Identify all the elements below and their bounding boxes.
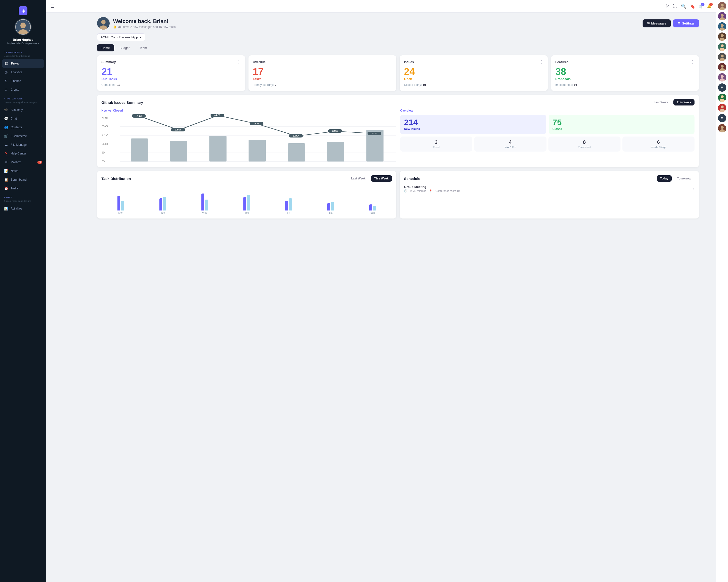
ov-bottom: 3 Fixed 4 Won't Fix 8 Re-opened [400,137,695,151]
stat-cards: Summary ⋮ 21 Due Tasks Completed: 13 Ove… [97,55,699,91]
right-avatar-1[interactable] [718,12,726,20]
clock-icon: 🕐 [404,189,408,193]
sidebar-item-analytics[interactable]: ◷ Analytics [0,68,46,77]
right-avatar-12[interactable] [718,124,726,132]
stat-sub-summary: Completed: 13 [101,83,241,87]
ov-fixed: 3 Fixed [400,137,472,151]
right-avatar-0[interactable] [718,2,726,10]
ov-card-closed: 75 Closed [549,115,695,134]
stat-sub-key-features: Implemented: [555,83,573,87]
expand-icon[interactable]: ⛶ [673,4,678,9]
right-avatar-9[interactable] [718,93,726,102]
section-dashboards: DASHBOARDS [0,48,46,55]
tab-budget[interactable]: Budget [115,45,134,51]
stat-menu-overdue[interactable]: ⋮ [388,60,392,64]
activities-icon: 📊 [4,206,8,211]
tasks-icon: ⏰ [4,186,8,191]
task-dist-toggle: Last Week This Week [348,175,392,182]
svg-text:27: 27 [101,134,108,137]
sidebar-item-helpcenter[interactable]: ❓ Help Center › [0,149,46,158]
schedule-tomorrow-btn[interactable]: Tomorrow [674,175,695,182]
sidebar-label-contacts: Contacts [11,126,22,129]
svg-rect-21 [249,140,266,162]
stat-menu-features[interactable]: ⋮ [691,60,695,64]
svg-text:25: 25 [332,130,338,132]
svg-point-74 [721,106,724,108]
right-avatar-8[interactable]: M [718,83,726,92]
svg-text:36: 36 [101,125,108,128]
sidebar-item-academy[interactable]: 🎓 Academy [0,106,46,114]
right-avatar-2[interactable] [718,22,726,31]
github-thisweek-btn[interactable]: This Week [673,99,695,106]
sidebar-item-mailbox[interactable]: ✉ Mailbox 27 [0,158,46,167]
mailbox-icon: ✉ [4,160,8,164]
tab-home[interactable]: Home [97,45,114,51]
cart-icon[interactable]: 🛒 5 [698,4,703,8]
bar-group-Mon: Mon [101,196,140,214]
bookmark-icon[interactable]: 🔖 [690,4,695,9]
bar-group-Sun: Sun [353,204,392,214]
section-applications: APPLICATIONS [0,94,46,101]
stat-label-issues: Open [404,77,543,81]
needstriage-num: 6 [624,139,693,145]
right-avatar-10[interactable] [718,104,726,112]
search-icon[interactable]: 🔍 [681,4,686,9]
messages-button[interactable]: ✉ Messages [643,20,671,27]
stat-menu-summary[interactable]: ⋮ [237,60,241,64]
bar-label-Wed: Wed [202,212,207,214]
main-area: ☰ 🏳 ⛶ 🔍 🔖 🛒 5 🔔 3 [92,0,704,582]
sidebar-item-filemanager[interactable]: ☁ File Manager [0,140,46,149]
sidebar-item-ecommerce[interactable]: 🛒 ECommerce › [0,132,46,140]
right-avatar-11[interactable]: M [718,114,726,122]
sidebar-item-tasks[interactable]: ⏰ Tasks [0,184,46,193]
header-actions: ✉ Messages ⚙ Settings [643,20,699,27]
sidebar-item-scrumboard[interactable]: 📋 Scrumboard [0,175,46,184]
right-avatar-6[interactable] [718,63,726,71]
bar-b-Wed [205,200,208,211]
project-dropdown[interactable]: ACME Corp. Backend App ▾ [97,33,145,41]
stat-title-overdue: Overdue [253,60,266,64]
sidebar-label-filemanager: File Manager [11,143,28,146]
right-avatar-3[interactable] [718,32,726,41]
sidebar-item-project[interactable]: ☑ Project [2,59,44,68]
svg-point-65 [721,65,724,68]
wontfix-label: Won't Fix [476,146,544,149]
stat-num-overdue: 17 [253,67,392,76]
bar-label-Sat: Sat [329,212,333,214]
stat-sub-val-features: 16 [574,83,577,87]
svg-point-71 [721,95,724,98]
sidebar-item-contacts[interactable]: 👥 Contacts [0,123,46,132]
page-header-avatar [97,17,110,30]
svg-text:42: 42 [136,115,142,117]
github-lastweek-btn[interactable]: Last Week [650,99,672,106]
page-header-info: Welcome back, Brian! 🔔 You have 2 new me… [113,18,643,29]
crypto-icon: ⊙ [4,87,8,92]
sidebar-item-finance[interactable]: $ Finance [0,77,46,85]
flag-icon[interactable]: 🏳 [666,4,670,9]
stat-card-overdue: Overdue ⋮ 17 Tasks From yesterday: 9 [249,55,396,91]
stat-card-summary: Summary ⋮ 21 Due Tasks Completed: 13 [97,55,245,91]
schedule-item-arrow[interactable]: › [693,187,695,191]
svg-text:0: 0 [101,160,105,163]
right-avatar-4[interactable] [718,43,726,51]
sidebar-item-crypto[interactable]: ⊙ Crypto [0,85,46,94]
sidebar-item-notes[interactable]: 📝 Notes [0,167,46,175]
settings-button[interactable]: ⚙ Settings [673,20,699,27]
task-dist-lastweek[interactable]: Last Week [348,175,369,182]
right-avatar-5[interactable] [718,53,726,61]
tab-team[interactable]: Team [135,45,151,51]
svg-rect-23 [327,142,344,162]
task-dist-card: Task Distribution Last Week This Week Mo… [97,171,396,219]
svg-point-77 [721,126,724,129]
mailbox-badge: 27 [37,161,42,164]
task-dist-thisweek[interactable]: This Week [371,175,392,182]
chevron-down-icon: ▾ [140,35,141,39]
sidebar-label-activities: Activities [11,207,22,210]
gear-icon: ⚙ [678,22,680,25]
sidebar-label-tasks: Tasks [11,187,18,190]
stat-menu-issues[interactable]: ⋮ [540,60,543,64]
schedule-today-btn[interactable]: Today [657,175,672,182]
right-avatar-7[interactable] [718,73,726,82]
sidebar-item-chat[interactable]: 💬 Chat [0,114,46,123]
sidebar-item-activities[interactable]: 📊 Activities [0,204,46,213]
